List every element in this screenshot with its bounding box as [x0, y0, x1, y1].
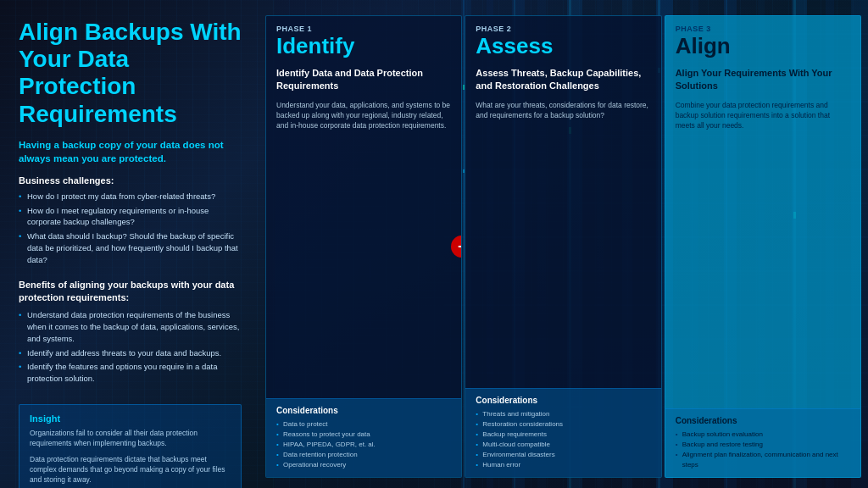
main-title: Align Backups With Your Data Protection …	[19, 19, 242, 128]
phases-area: PHASE 1 Identify Identify Data and Data …	[259, 0, 868, 488]
list-item: Reasons to protect your data	[276, 430, 451, 440]
list-item: What data should I backup? Should the ba…	[19, 230, 242, 265]
list-item: Threats and mitigation	[476, 409, 650, 419]
list-item: Environmental disasters	[476, 450, 650, 460]
insight-box: Insight Organizations fail to consider a…	[19, 404, 242, 488]
list-item: Restoration considerations	[476, 419, 650, 430]
phase-2-header: PHASE 2 Assess	[465, 16, 660, 67]
phase-2-subtitle: Assess Threats, Backup Capabilities, and…	[465, 67, 660, 93]
phase-1-header: PHASE 1 Identify	[266, 16, 461, 67]
left-panel: Align Backups With Your Data Protection …	[0, 0, 259, 488]
phase-3-header: PHASE 3 Align	[665, 16, 860, 67]
business-challenges-list: How do I protect my data from cyber-rela…	[19, 191, 242, 269]
list-item: Human error	[476, 460, 650, 470]
list-item: How do I protect my data from cyber-rela…	[19, 191, 242, 202]
list-item: How do I meet regulatory requirements or…	[19, 205, 242, 229]
list-item: Data retention protection	[276, 450, 451, 460]
phase-3-considerations: Considerations Backup solution evaluatio…	[665, 408, 860, 477]
insight-label: Insight	[30, 413, 231, 424]
list-item: Backup solution evaluation	[676, 430, 850, 440]
phase-3-desc: Combine your data protection requirement…	[665, 100, 860, 408]
phase-2-considerations-title: Considerations	[476, 396, 650, 405]
phase-3-title: Align	[676, 35, 850, 57]
phase-2-desc: What are your threats, considerations fo…	[465, 100, 660, 388]
business-challenges-heading: Business challenges:	[19, 175, 242, 186]
list-item: Alignment plan finalization, communicati…	[676, 450, 850, 470]
list-item: Data to protect	[276, 419, 451, 430]
phase-1-desc: Understand your data, applications, and …	[266, 100, 461, 398]
insight-text-1: Organizations fail to consider all their…	[30, 428, 231, 449]
phase-1-title: Identify	[276, 35, 451, 57]
list-item: Operational recovery	[276, 460, 451, 470]
phase-3-considerations-list: Backup solution evaluation Backup and re…	[676, 430, 850, 470]
phase-1-considerations-title: Considerations	[276, 406, 451, 415]
benefits-list: Understand data protection requirements …	[19, 309, 242, 387]
list-item: Backup and restore testing	[676, 440, 850, 450]
phase-2-considerations-list: Threats and mitigation Restoration consi…	[476, 409, 650, 470]
phase-1-subtitle: Identify Data and Data Protection Requir…	[266, 67, 461, 93]
phase-3-considerations-title: Considerations	[676, 416, 850, 425]
phase-2-label: PHASE 2	[476, 25, 650, 33]
phase-2-title: Assess	[476, 35, 650, 57]
phase-2-card: PHASE 2 Assess Assess Threats, Backup Ca…	[465, 15, 661, 478]
phase-3-subtitle: Align Your Requirements With Your Soluti…	[665, 67, 860, 93]
benefits-heading: Benefits of aligning your backups with y…	[19, 279, 242, 305]
list-item: Backup requirements	[476, 430, 650, 440]
phase-1-card: PHASE 1 Identify Identify Data and Data …	[265, 15, 462, 478]
phase-1-considerations: Considerations Data to protect Reasons t…	[266, 398, 461, 477]
list-item: Identify the features and options you re…	[19, 361, 242, 385]
list-item: Multi-cloud compatible	[476, 440, 650, 450]
subtitle: Having a backup copy of your data does n…	[19, 138, 242, 165]
phase-3-label: PHASE 3	[676, 25, 850, 33]
phase-3-card: PHASE 3 Align Align Your Requirements Wi…	[665, 15, 861, 478]
list-item: Identify and address threats to your dat…	[19, 347, 242, 359]
phase-1-label: PHASE 1	[276, 25, 451, 33]
list-item: HIPAA, PIPEDA, GDPR, et. al.	[276, 440, 451, 450]
phase-1-considerations-list: Data to protect Reasons to protect your …	[276, 419, 451, 470]
phase-2-considerations: Considerations Threats and mitigation Re…	[465, 388, 660, 477]
content-wrapper: Align Backups With Your Data Protection …	[0, 0, 868, 488]
insight-text-2: Data protection requirements dictate tha…	[30, 454, 231, 485]
list-item: Understand data protection requirements …	[19, 309, 242, 344]
